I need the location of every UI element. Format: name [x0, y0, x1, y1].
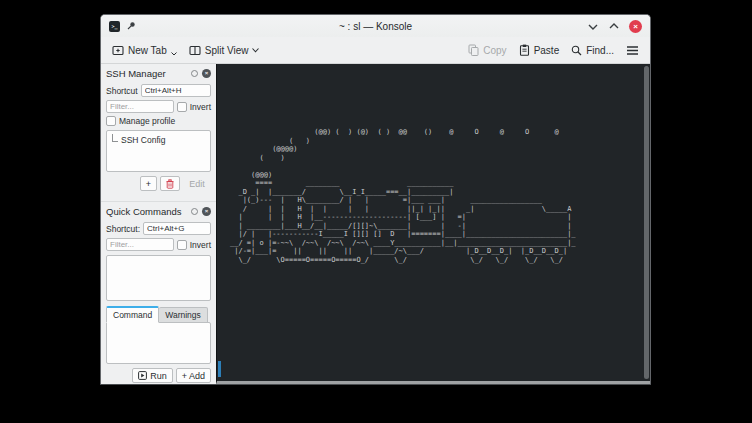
- close-panel-icon[interactable]: ×: [202, 207, 211, 216]
- search-icon: [571, 45, 582, 56]
- copy-icon: [468, 44, 479, 56]
- close-button[interactable]: ×: [629, 20, 642, 33]
- pin-icon: [126, 21, 136, 31]
- main-toolbar: New Tab Split View Copy Paste: [101, 37, 650, 64]
- qc-invert-checkbox[interactable]: [177, 240, 187, 250]
- qc-shortcut-row: Shortcut:: [101, 222, 216, 235]
- run-label: Run: [150, 371, 167, 381]
- side-dock: SSH Manager × Shortcut Invert Manage pro…: [101, 64, 216, 384]
- quick-commands-header: Quick Commands ×: [101, 202, 216, 219]
- ssh-shortcut-label: Shortcut: [106, 86, 138, 96]
- konsole-app-icon[interactable]: >_: [109, 21, 120, 32]
- new-tab-icon: [112, 44, 124, 56]
- qc-shortcut-field[interactable]: [143, 222, 211, 235]
- konsole-window: ~ : sl — Konsole >_ × New Tab: [100, 14, 651, 385]
- ssh-invert-checkbox[interactable]: [177, 102, 187, 112]
- find-label: Find...: [586, 45, 614, 56]
- split-view-icon: [189, 44, 201, 56]
- ssh-config-list[interactable]: SSH Config: [106, 130, 211, 172]
- ssh-manager-panel: SSH Manager × Shortcut Invert Manage pro…: [101, 64, 216, 202]
- run-button[interactable]: Run: [132, 368, 173, 383]
- ssh-config-item-label: SSH Config: [121, 135, 165, 145]
- find-button[interactable]: Find...: [568, 43, 617, 58]
- new-tab-button[interactable]: New Tab: [109, 42, 180, 58]
- scrolled-lines-highlight: [218, 361, 221, 377]
- list-item[interactable]: SSH Config: [107, 131, 210, 145]
- close-panel-icon[interactable]: ×: [202, 69, 211, 78]
- maximize-button[interactable]: [608, 20, 620, 32]
- ssh-filter-row: Invert: [101, 100, 216, 113]
- ssh-manager-header: SSH Manager ×: [101, 64, 216, 81]
- manage-profile-label: Manage profile: [119, 116, 175, 126]
- main-content: SSH Manager × Shortcut Invert Manage pro…: [101, 64, 650, 384]
- ssh-filter-input[interactable]: [106, 100, 174, 113]
- command-editor[interactable]: [106, 322, 211, 364]
- float-panel-icon[interactable]: [191, 208, 198, 215]
- ssh-buttons-row: + Edit: [101, 172, 216, 195]
- ssh-manage-profile-row: Manage profile: [101, 116, 216, 126]
- ssh-shortcut-row: Shortcut: [101, 84, 216, 97]
- copy-label: Copy: [483, 45, 506, 56]
- manage-profile-checkbox[interactable]: [106, 116, 116, 126]
- delete-ssh-button[interactable]: [160, 176, 180, 191]
- tab-warnings[interactable]: Warnings: [159, 307, 208, 323]
- new-tab-dropdown-icon[interactable]: [171, 52, 177, 56]
- qc-filter-input[interactable]: [106, 238, 174, 251]
- tab-command[interactable]: Command: [106, 306, 159, 323]
- tree-branch-icon: [112, 134, 118, 142]
- qc-filter-row: Invert: [101, 238, 216, 251]
- add-command-button[interactable]: + Add: [176, 368, 211, 383]
- terminal-view[interactable]: (@@) ( ) (@) ( ) @@ () @ O @ O @ ( ) (@@…: [216, 64, 650, 384]
- scrollbar-thumb[interactable]: [644, 66, 649, 379]
- paste-icon: [519, 44, 530, 56]
- new-tab-label: New Tab: [128, 45, 167, 56]
- split-view-label: Split View: [205, 45, 249, 56]
- hamburger-menu-button[interactable]: [623, 43, 642, 58]
- terminal-scrollbar[interactable]: [644, 66, 649, 379]
- titlebar[interactable]: ~ : sl — Konsole >_ ×: [101, 15, 650, 37]
- copy-button[interactable]: Copy: [465, 42, 509, 58]
- quick-commands-panel: Quick Commands × Shortcut: Invert Comman…: [101, 202, 216, 384]
- add-ssh-button[interactable]: +: [140, 176, 157, 191]
- ssh-shortcut-field[interactable]: [141, 84, 211, 97]
- hamburger-icon: [626, 45, 639, 56]
- edit-ssh-button[interactable]: Edit: [183, 176, 211, 191]
- qc-buttons-row: Run + Add: [101, 364, 216, 385]
- qc-invert-label: Invert: [190, 240, 211, 250]
- split-view-button[interactable]: Split View: [186, 42, 263, 58]
- float-panel-icon[interactable]: [191, 70, 198, 77]
- minimize-button[interactable]: [587, 20, 599, 32]
- split-view-dropdown-icon[interactable]: [252, 48, 259, 53]
- qc-shortcut-label: Shortcut:: [106, 224, 140, 234]
- quick-commands-title: Quick Commands: [106, 206, 187, 217]
- desktop: { "window": { "title": "~ : sl — Konsole…: [0, 0, 752, 423]
- paste-button[interactable]: Paste: [516, 42, 563, 58]
- qc-tabs: Command Warnings: [106, 306, 211, 323]
- ssh-invert-label: Invert: [190, 102, 211, 112]
- paste-label: Paste: [534, 45, 560, 56]
- ssh-manager-title: SSH Manager: [106, 68, 187, 79]
- terminal-output-sl-train: (@@) ( ) (@) ( ) @@ () @ O @ O @ ( ) (@@…: [230, 128, 580, 264]
- window-title: ~ : sl — Konsole: [101, 21, 650, 32]
- quick-commands-list[interactable]: [106, 255, 211, 301]
